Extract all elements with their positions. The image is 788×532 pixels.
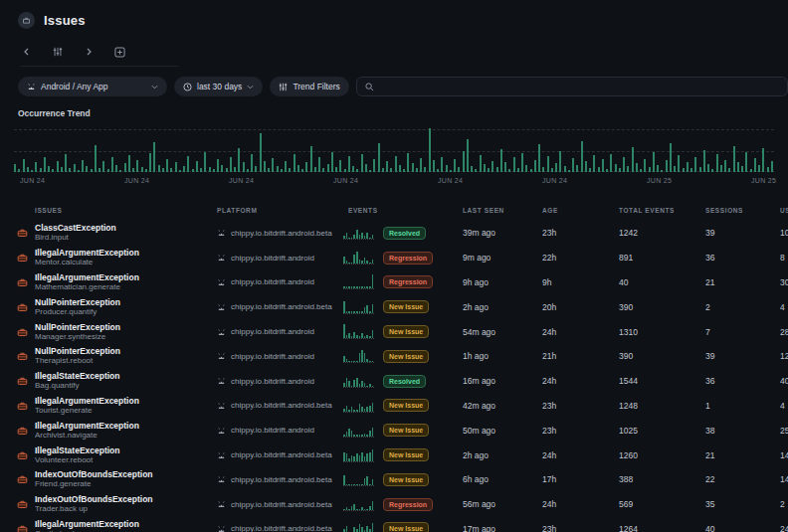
users-value: 28	[780, 327, 788, 337]
table-row[interactable]: IllegalArgumentException Archivist.navig…	[0, 418, 788, 443]
x-axis-tick-label: JUN 25	[751, 177, 776, 184]
sparkline-bar	[372, 361, 374, 363]
trend-bar	[551, 168, 553, 172]
x-axis-tick-label: JUN 25	[647, 177, 672, 184]
events-sparkline	[343, 522, 374, 532]
table-row[interactable]: IllegalArgumentException Mentor.calculat…	[0, 246, 788, 270]
sparkline-bar	[372, 403, 374, 412]
table-row[interactable]: IndexOutOfBoundsException Trader.back up…	[0, 492, 788, 517]
trend-bar	[132, 168, 134, 172]
col-total-events[interactable]: TOTAL EVENTS	[619, 207, 705, 214]
issue-name: ClassCastException	[35, 223, 116, 233]
trend-bar	[610, 154, 612, 172]
trend-bar	[166, 159, 168, 172]
trend-bar	[322, 168, 324, 172]
issue-briefcase-icon	[17, 426, 28, 436]
table-row[interactable]: IllegalArgumentException Castle.back up …	[0, 517, 788, 532]
sparkline-bar	[364, 434, 366, 437]
trend-bar	[585, 161, 587, 172]
sparkline-bar	[346, 526, 348, 532]
users-value: 14	[780, 450, 788, 460]
platform-name: chippy.io.bitdrift.android	[231, 352, 314, 361]
trend-bar	[687, 162, 689, 172]
sparkline-bar	[372, 304, 374, 313]
sparkline-bar	[348, 286, 350, 288]
events-sparkline	[343, 300, 374, 314]
chevron-right-icon[interactable]	[82, 45, 96, 59]
sparkline-bar	[366, 407, 368, 412]
platform-name: chippy.io.bitdrift.android.beta	[231, 500, 332, 509]
col-platform[interactable]: PLATFORM	[217, 207, 343, 214]
app-selector-dropdown[interactable]: Android / Any App	[18, 77, 167, 96]
col-sessions[interactable]: SESSIONS	[705, 207, 780, 214]
sparkline-bar	[348, 238, 350, 240]
search-input[interactable]	[380, 82, 779, 91]
table-row[interactable]: ClassCastException Bird.input chippy.io.…	[0, 221, 788, 246]
trend-bar	[48, 166, 50, 172]
table-row[interactable]: IndexOutOfBoundsException Friend.generat…	[0, 467, 788, 492]
issue-location: Bag.quantify	[35, 381, 120, 391]
table-row[interactable]: IllegalArgumentException Tourist.generat…	[0, 394, 788, 419]
table-row[interactable]: IllegalStateException Volunteer.reboot c…	[0, 443, 788, 467]
chevron-down-icon	[247, 85, 254, 89]
issue-name: IndexOutOfBoundsException	[35, 494, 153, 504]
android-icon	[217, 303, 226, 311]
col-issues[interactable]: ISSUES	[35, 207, 217, 214]
sparkline-bar	[353, 504, 355, 510]
status-badge: Resolved	[383, 227, 426, 240]
table-row[interactable]: NullPointerException Manager.synthesize …	[0, 319, 788, 344]
last-seen-value: 9h ago	[463, 277, 542, 287]
age-value: 9h	[542, 277, 619, 287]
last-seen-value: 50m ago	[463, 426, 542, 436]
col-last-seen[interactable]: LAST SEEN	[463, 207, 542, 214]
table-row[interactable]: NullPointerException Producer.quantify c…	[0, 294, 788, 319]
platform-name: chippy.io.bitdrift.android	[231, 277, 314, 286]
total-events-value: 1242	[619, 228, 705, 238]
status-badge: Resolved	[383, 375, 426, 388]
sparkline-bar	[369, 452, 371, 461]
plus-square-icon[interactable]	[112, 45, 126, 59]
android-icon	[27, 83, 36, 90]
sparkline-bar	[372, 386, 374, 388]
sparkline-bar	[372, 523, 374, 532]
col-age[interactable]: AGE	[542, 207, 619, 214]
table-row[interactable]: IllegalArgumentException Mathematician.g…	[0, 270, 788, 295]
android-icon	[217, 402, 226, 410]
col-events[interactable]: EVENTS	[343, 207, 383, 214]
trend-bar	[525, 165, 527, 172]
time-range-value: last 30 days	[197, 82, 242, 91]
chevron-left-icon[interactable]	[20, 45, 34, 59]
table-row[interactable]: IllegalStateException Bag.quantify chipp…	[0, 369, 788, 394]
trend-bar	[644, 159, 646, 172]
sparkline-bar	[359, 484, 361, 486]
sparkline-bar	[351, 506, 353, 511]
trend-bar	[446, 165, 448, 172]
time-range-dropdown[interactable]: last 30 days	[174, 77, 263, 96]
sliders-icon[interactable]	[51, 45, 65, 59]
trend-bar	[530, 169, 532, 172]
sparkline-bar	[359, 509, 361, 511]
status-badge: New Issue	[383, 473, 429, 486]
issue-location: Friend.generate	[35, 479, 153, 489]
issue-name: IndexOutOfBoundsException	[35, 469, 153, 479]
table-row[interactable]: NullPointerException Therapist.reboot ch…	[0, 344, 788, 369]
sparkline-bar	[366, 261, 368, 264]
trend-bar	[192, 169, 194, 172]
chart-x-axis-labels: JUN 24JUN 24JUN 24JUN 24JUN 24JUN 24JUN …	[0, 177, 788, 189]
sparkline-bar	[353, 456, 355, 461]
sparkline-bar	[369, 361, 371, 363]
sparkline-bar	[353, 380, 355, 388]
trend-bar	[728, 168, 730, 172]
trend-filters-button[interactable]: Trend Filters	[270, 77, 348, 96]
total-events-value: 1260	[619, 450, 705, 460]
platform-name: chippy.io.bitdrift.android	[231, 426, 314, 435]
platform-name: chippy.io.bitdrift.android.beta	[231, 401, 332, 410]
trend-bar	[758, 165, 760, 172]
search-box[interactable]	[356, 77, 788, 96]
col-users[interactable]: USERS	[780, 207, 788, 214]
trend-bar	[200, 168, 202, 172]
trend-bar	[733, 146, 735, 172]
search-icon	[365, 83, 374, 91]
users-value: 30	[780, 277, 788, 287]
total-events-value: 1264	[619, 524, 705, 532]
